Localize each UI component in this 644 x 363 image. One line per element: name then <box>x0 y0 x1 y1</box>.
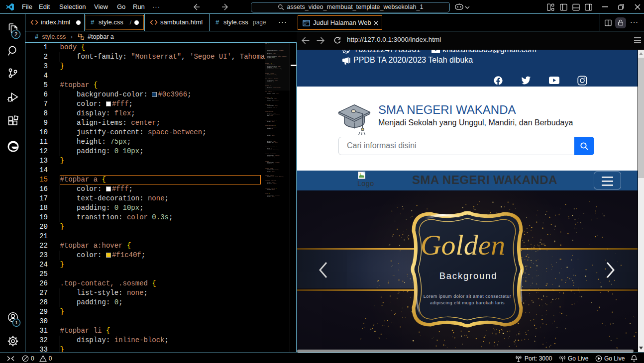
svg-text:2: 2 <box>14 31 17 37</box>
svg-text:1: 1 <box>15 320 18 325</box>
